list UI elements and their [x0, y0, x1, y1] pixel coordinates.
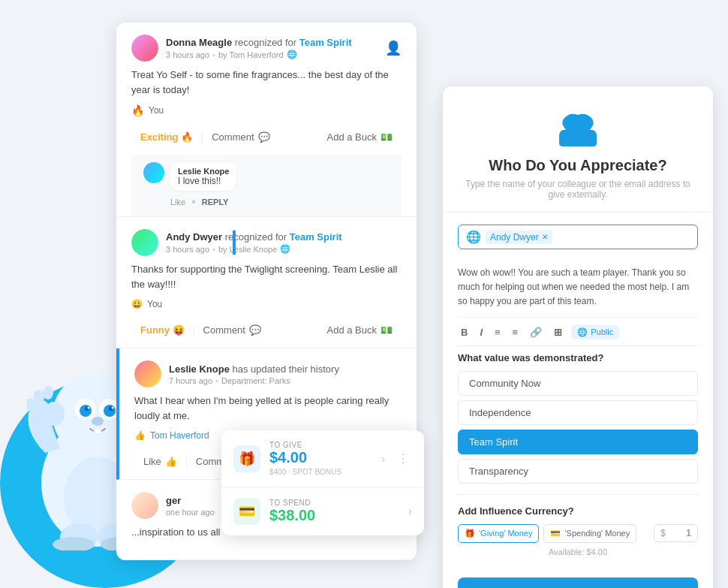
italic-btn[interactable]: I: [477, 325, 486, 339]
post-3-body: What I hear when I'm being yelled at is …: [134, 394, 402, 423]
post-1-meta: Donna Meagle recognized for Team Spirit …: [166, 37, 385, 59]
available-text: Available: $4.00: [458, 547, 698, 556]
appreciation-icon: [461, 104, 695, 149]
giving-money-btn[interactable]: 🎁 'Giving' Money: [458, 524, 539, 543]
svg-point-10: [88, 407, 90, 409]
svg-point-6: [80, 405, 92, 417]
give-sub: $400 · SPOT BONUS: [269, 468, 372, 476]
ap-header: Who Do You Appreciate? Type the name of …: [443, 86, 713, 213]
post-3-author-line: Leslie Knope has updated their history: [169, 363, 402, 375]
give-icon: 🎁: [233, 445, 260, 472]
link-btn[interactable]: 🔗: [527, 325, 545, 339]
gift-icon-currency: 🎁: [465, 529, 475, 538]
buck-icon-1: 💵: [381, 131, 393, 143]
budget-spend-info: TO SPEND $38.00: [269, 499, 399, 524]
image-btn[interactable]: ⊞: [551, 325, 565, 339]
ap-body: 🌐 Andy Dwyer ✕ Wow oh wow!! You are such…: [443, 213, 713, 588]
visibility-btn[interactable]: 🌐 Public: [571, 325, 619, 339]
spend-label: TO SPEND: [269, 499, 399, 507]
like-icon-3: 👍: [165, 456, 177, 467]
ul-btn[interactable]: ≡: [510, 325, 522, 339]
blue-accent-bar: [233, 231, 236, 255]
value-community[interactable]: Community Now: [458, 371, 698, 396]
spend-icon: 💳: [233, 498, 260, 525]
give-amount: $4.00: [269, 449, 372, 466]
svg-point-22: [561, 128, 594, 137]
avatar-andy: [131, 229, 158, 256]
post-2-author-line: Andy Dwyer recognized for Team Spirit: [166, 231, 402, 243]
ol-btn[interactable]: ≡: [492, 325, 504, 339]
reply-link-1[interactable]: REPLY: [202, 198, 229, 207]
post-button[interactable]: Post: [458, 577, 698, 588]
post-1-actions: Exciting 🔥 Comment 💬 Add a Buck 💵: [131, 122, 402, 155]
influence-row: 🎁 'Giving' Money 💳 'Spending' Money $ 1: [458, 524, 698, 543]
value-transparency[interactable]: Transparency: [458, 459, 698, 484]
value-independence[interactable]: Independence: [458, 400, 698, 425]
recipient-name: Andy Dwyer: [490, 232, 539, 243]
comment-1-text: I love this!!: [178, 176, 229, 186]
values-section: What value was demonstrated? Community N…: [458, 352, 698, 484]
post-1-author: Donna Meagle: [166, 37, 232, 48]
buck-button-1[interactable]: Add a Buck 💵: [318, 128, 402, 146]
influence-label: Add Influence Currency?: [458, 505, 698, 517]
remove-recipient-btn[interactable]: ✕: [542, 233, 548, 241]
comment-icon-2: 💬: [249, 324, 261, 336]
post-1-author-line: Donna Meagle recognized for Team Spirit: [166, 37, 385, 48]
fire-icon-1: 🔥: [131, 104, 144, 116]
comment-section-1: Leslie Knope I love this!! Like • REPLY: [131, 155, 402, 216]
buck-icon-2: 💵: [381, 324, 393, 336]
comment-icon-1: 💬: [258, 131, 270, 143]
feed-post-2: Andy Dwyer recognized for Team Spirit 3 …: [116, 217, 417, 348]
svg-point-12: [92, 417, 104, 426]
give-dots[interactable]: ⋮: [394, 448, 412, 469]
spend-amount: $38.00: [269, 507, 399, 524]
post-3-meta: Leslie Knope has updated their history 7…: [169, 363, 402, 385]
avatar-donna: [131, 35, 158, 62]
funny-button[interactable]: Funny 😝: [131, 321, 194, 339]
globe-icon: 🌐: [466, 230, 481, 244]
comment-1: Leslie Knope I love this!!: [143, 162, 390, 191]
like-link-1[interactable]: Like: [170, 198, 185, 207]
buck-button-2[interactable]: Add a Buck 💵: [318, 321, 402, 339]
avatar-partial: [131, 492, 158, 519]
exciting-button[interactable]: Exciting 🔥: [131, 128, 202, 146]
post-2-time: 3 hours ago • by Leslie Knope 🌐: [166, 244, 402, 254]
budget-give-row[interactable]: 🎁 TO GIVE $4.00 $400 · SPOT BONUS › ⋮: [221, 430, 424, 487]
post-3-time: 7 hours ago • Department: Parks: [169, 376, 402, 385]
post-1-reaction: 🔥 You: [131, 104, 402, 116]
currency-value: 1: [669, 528, 691, 538]
give-arrow: ›: [381, 452, 385, 466]
post-2-reaction: 😀 You: [131, 299, 402, 309]
recipient-tag: Andy Dwyer ✕: [486, 231, 552, 244]
like-button-3[interactable]: Like 👍: [134, 453, 186, 470]
message-area[interactable]: Wow oh wow!! You are such a team player.…: [458, 258, 698, 318]
post-1-team: Team Spirit: [299, 37, 352, 48]
comment-1-author: Leslie Knope: [178, 167, 229, 176]
post-1-header: Donna Meagle recognized for Team Spirit …: [131, 35, 402, 62]
post-1-person-icon: 👤: [385, 40, 402, 56]
post-1-action: recognized for: [235, 37, 299, 48]
svg-point-11: [112, 407, 114, 409]
post-2-meta: Andy Dwyer recognized for Team Spirit 3 …: [166, 231, 402, 254]
value-team-spirit[interactable]: Team Spirit: [458, 430, 698, 454]
post-2-actions: Funny 😝 Comment 💬 Add a Buck 💵: [131, 315, 402, 348]
budget-spend-row[interactable]: 💳 TO SPEND $38.00 ›: [221, 487, 424, 535]
spending-money-btn[interactable]: 💳 'Spending' Money: [543, 524, 636, 543]
post-2-author: Andy Dwyer: [166, 231, 222, 243]
post-1-body: Treat Yo Self - to some fine fragrances.…: [131, 68, 402, 97]
comment-1-actions: Like • REPLY: [170, 195, 390, 209]
post-1-time: 3 hours ago • by Tom Haverford 🌐: [166, 50, 385, 59]
recipient-input[interactable]: 🌐 Andy Dwyer ✕: [458, 225, 698, 249]
comment-button-2[interactable]: Comment 💬: [194, 321, 270, 339]
influence-section: Add Influence Currency? 🎁 'Giving' Money…: [458, 494, 698, 556]
thumbs-up-icon: 👍: [134, 430, 146, 441]
comment-button-1[interactable]: Comment 💬: [203, 128, 278, 146]
post-2-team: Team Spirit: [290, 231, 342, 243]
post-3-header: Leslie Knope has updated their history 7…: [134, 360, 402, 387]
toolbar-row: B I ≡ ≡ 🔗 ⊞ 🌐 Public: [458, 325, 698, 346]
bold-btn[interactable]: B: [458, 325, 471, 339]
budget-give-info: TO GIVE $4.00 $400 · SPOT BONUS: [269, 441, 372, 476]
comment-1-bubble: Leslie Knope I love this!!: [170, 162, 236, 191]
currency-input-wrap[interactable]: $ 1: [654, 524, 698, 542]
spend-arrow: ›: [408, 505, 412, 518]
